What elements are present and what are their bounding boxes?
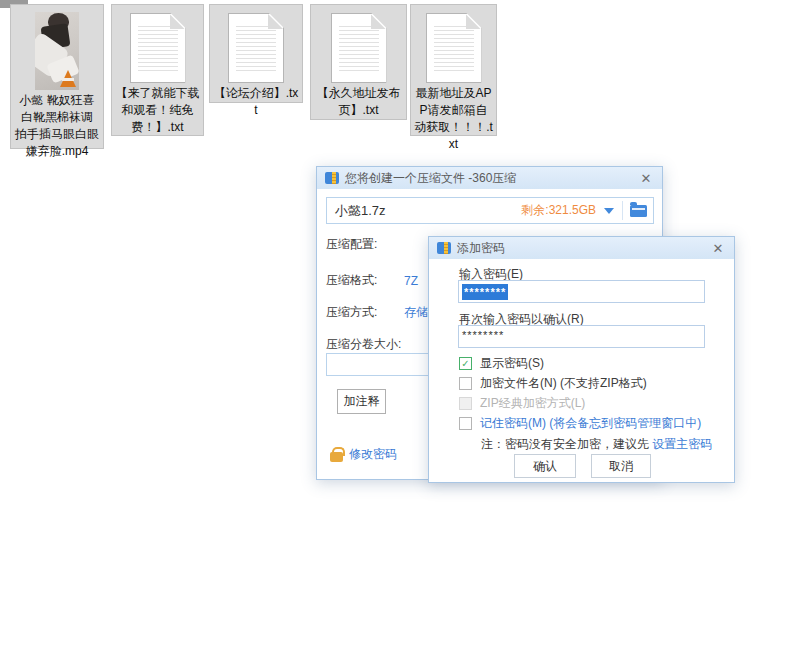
close-icon[interactable]: ✕ bbox=[710, 241, 726, 256]
remember-password-label[interactable]: 记住密码(M) (将会备忘到密码管理窗口中) bbox=[480, 415, 701, 432]
doc-fold bbox=[170, 14, 185, 29]
change-password-link[interactable]: 修改密码 bbox=[349, 446, 397, 463]
volume-size-label: 压缩分卷大小: bbox=[326, 336, 401, 353]
desktop-file-txt-3[interactable]: 【永久地址发布页】.txt bbox=[310, 4, 407, 120]
zip-classic-checkbox bbox=[459, 397, 472, 410]
traffic-cone-stripe bbox=[62, 78, 74, 81]
file-name-label: 【来了就能下载和观看！纯免费！】.txt bbox=[112, 83, 203, 140]
encrypt-names-checkbox[interactable] bbox=[459, 377, 472, 390]
format-label: 压缩格式: bbox=[326, 272, 404, 289]
volume-size-row: 压缩分卷大小: bbox=[326, 336, 401, 353]
dialog-title: 添加密码 bbox=[457, 240, 505, 257]
desktop-file-txt-4[interactable]: 最新地址及APP请发邮箱自动获取！！！.txt bbox=[410, 4, 497, 136]
doc-lines bbox=[339, 23, 379, 73]
security-note-text: 注：密码没有安全加密，建议先 bbox=[481, 437, 652, 451]
show-password-checkbox[interactable]: ✓ bbox=[459, 357, 472, 370]
close-icon[interactable]: ✕ bbox=[638, 171, 654, 186]
browse-folder-icon[interactable] bbox=[630, 205, 647, 217]
desktop-file-video[interactable]: 小懿 靴奴狂喜 白靴黑棉袜调 拍手插马眼白眼嫌弃脸.mp4 bbox=[10, 4, 104, 149]
disk-space-remaining: 剩余:321.5GB bbox=[521, 202, 596, 219]
security-note: 注：密码没有安全加密，建议先 设置主密码 bbox=[481, 436, 712, 453]
password-dialog-titlebar[interactable]: 添加密码 ✕ bbox=[429, 237, 734, 259]
zip-classic-label: ZIP经典加密方式(L) bbox=[480, 395, 585, 412]
doc-fold bbox=[268, 14, 283, 29]
doc-lines bbox=[434, 23, 474, 73]
set-master-password-link[interactable]: 设置主密码 bbox=[652, 437, 712, 451]
compress-method-row: 压缩方式: 存储 bbox=[326, 304, 428, 321]
archive-filename-value: 小懿1.7z bbox=[335, 202, 386, 220]
360zip-app-icon bbox=[325, 172, 339, 184]
video-thumbnail bbox=[35, 12, 79, 90]
add-comment-button[interactable]: 加注释 bbox=[337, 389, 386, 414]
encrypt-names-label[interactable]: 加密文件名(N) (不支持ZIP格式) bbox=[480, 375, 647, 392]
add-password-dialog: 添加密码 ✕ 输入密码(E) ******** 再次输入密码以确认(R) ***… bbox=[428, 236, 735, 483]
zip-classic-row: ZIP经典加密方式(L) bbox=[459, 395, 585, 412]
compress-format-row: 压缩格式: 7Z bbox=[326, 272, 418, 289]
text-document-icon bbox=[130, 13, 186, 83]
doc-lines bbox=[138, 23, 178, 73]
confirm-password-input[interactable]: ******** bbox=[458, 325, 705, 348]
file-name-label: 最新地址及APP请发邮箱自动获取！！！.txt bbox=[411, 83, 496, 157]
create-dialog-titlebar[interactable]: 您将创建一个压缩文件 -360压缩 ✕ bbox=[317, 167, 662, 189]
encrypt-names-row: 加密文件名(N) (不支持ZIP格式) bbox=[459, 375, 647, 392]
file-name-label: 小懿 靴奴狂喜 白靴黑棉袜调 拍手插马眼白眼嫌弃脸.mp4 bbox=[11, 90, 103, 164]
desktop-file-txt-1[interactable]: 【来了就能下载和观看！纯免费！】.txt bbox=[111, 4, 204, 136]
confirm-button[interactable]: 确认 bbox=[514, 454, 576, 478]
file-name-label: 【论坛介绍】.txt bbox=[210, 83, 302, 123]
method-value-link[interactable]: 存储 bbox=[404, 304, 428, 321]
text-document-icon bbox=[331, 13, 387, 83]
archive-filename-input[interactable]: 小懿1.7z 剩余:321.5GB bbox=[326, 197, 654, 224]
config-label: 压缩配置: bbox=[326, 236, 404, 253]
show-password-label[interactable]: 显示密码(S) bbox=[480, 355, 544, 372]
doc-lines bbox=[236, 23, 276, 73]
password-selected-text: ******** bbox=[462, 284, 508, 300]
text-document-icon bbox=[228, 13, 284, 83]
method-label: 压缩方式: bbox=[326, 304, 404, 321]
show-password-row: ✓ 显示密码(S) bbox=[459, 355, 544, 372]
change-password-row: 修改密码 bbox=[330, 446, 397, 463]
enter-password-input[interactable]: ******** bbox=[458, 280, 705, 303]
desktop-file-txt-2[interactable]: 【论坛介绍】.txt bbox=[209, 4, 303, 103]
360zip-app-icon bbox=[437, 242, 451, 254]
dialog-title: 您将创建一个压缩文件 -360压缩 bbox=[345, 170, 516, 187]
chevron-down-icon[interactable] bbox=[604, 208, 614, 214]
cancel-button[interactable]: 取消 bbox=[591, 454, 651, 478]
separator bbox=[622, 201, 623, 220]
remember-password-checkbox[interactable] bbox=[459, 417, 472, 430]
file-name-label: 【永久地址发布页】.txt bbox=[311, 83, 406, 123]
format-value-link[interactable]: 7Z bbox=[404, 274, 418, 288]
lock-icon bbox=[330, 452, 343, 462]
doc-fold bbox=[371, 14, 386, 29]
password-confirm-text: ******** bbox=[462, 329, 504, 341]
doc-fold bbox=[466, 14, 481, 29]
remember-password-row: 记住密码(M) (将会备忘到密码管理窗口中) bbox=[459, 415, 701, 432]
text-document-icon bbox=[426, 13, 482, 83]
